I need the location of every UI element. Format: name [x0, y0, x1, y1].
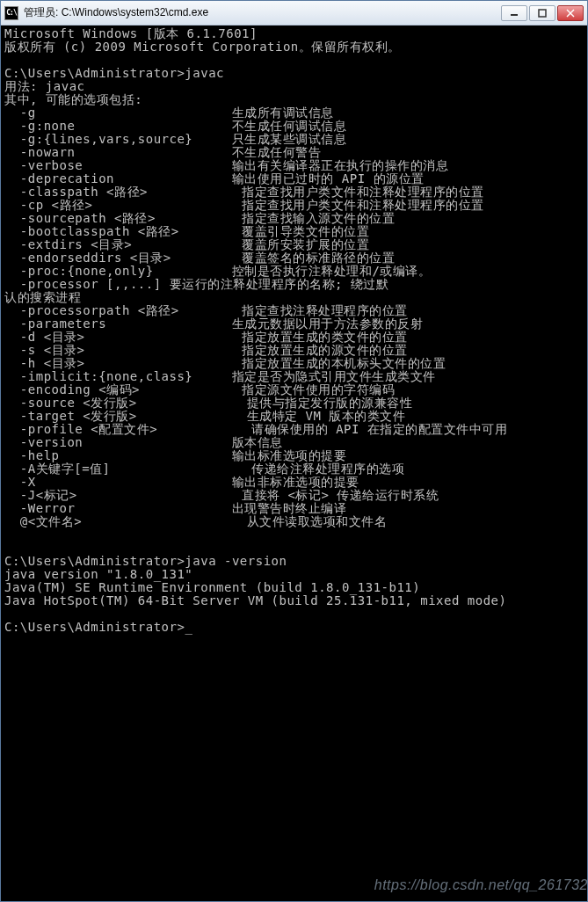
minimize-button[interactable] — [501, 5, 527, 21]
maximize-button[interactable] — [529, 5, 555, 21]
svg-rect-1 — [539, 10, 546, 17]
close-icon — [566, 9, 575, 18]
titlebar[interactable]: C:\ 管理员: C:\Windows\system32\cmd.exe — [1, 1, 587, 25]
window-controls — [501, 5, 584, 21]
close-button[interactable] — [557, 5, 584, 21]
terminal-output[interactable]: Microsoft Windows [版本 6.1.7601] 版权所有 (c)… — [1, 25, 587, 901]
maximize-icon — [538, 9, 547, 18]
cmd-icon: C:\ — [4, 6, 18, 20]
window-title: 管理员: C:\Windows\system32\cmd.exe — [24, 5, 501, 20]
watermark-text: https://blog.csdn.net/qq_261732 — [374, 877, 588, 893]
minimize-icon — [510, 9, 519, 18]
cmd-window: C:\ 管理员: C:\Windows\system32\cmd.exe Mic… — [0, 0, 588, 902]
